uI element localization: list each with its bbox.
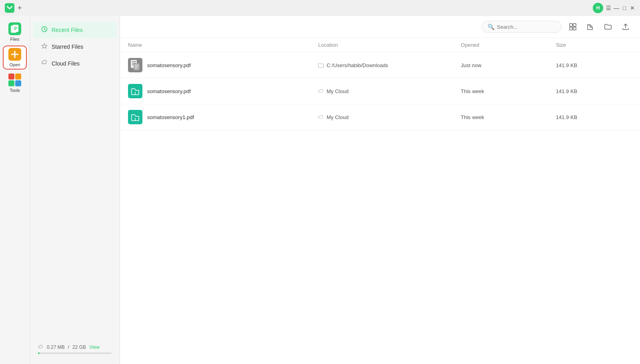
storage-total: 22 GB [72, 344, 86, 350]
sidebar-item-tools[interactable]: Tools [3, 71, 27, 95]
recent-files-icon [41, 26, 48, 34]
folder-icon [604, 23, 612, 30]
svg-rect-26 [128, 84, 142, 98]
title-bar-left: + [5, 3, 22, 13]
svg-rect-19 [132, 61, 136, 62]
nav-item-cloud[interactable]: Cloud Files [33, 56, 116, 72]
menu-button[interactable]: ☰ [606, 5, 611, 11]
user-avatar[interactable]: H [593, 3, 603, 13]
size-cell: 141.9 KB [556, 88, 632, 94]
header-size: Size [556, 42, 632, 48]
app-window: Files Open Tools [0, 16, 640, 364]
table-row[interactable]: somatosensory.pdf My Cloud This week 141… [120, 78, 640, 104]
nav-item-starred[interactable]: Starred Files [33, 39, 116, 55]
table-row[interactable]: somatosensory.pdf C:/Users/habib/Downloa… [120, 52, 640, 78]
svg-rect-23 [135, 65, 138, 66]
sidebar-item-tools-label: Tools [10, 88, 20, 93]
minimize-button[interactable]: — [614, 5, 619, 11]
storage-bar-fill [38, 352, 40, 354]
sidebar-item-files[interactable]: Files [3, 20, 27, 44]
svg-rect-24 [135, 66, 138, 67]
sidebar-item-files-label: Files [10, 37, 19, 42]
close-button[interactable]: ✕ [630, 5, 635, 11]
opened-cell: This week [461, 88, 556, 94]
svg-rect-25 [135, 68, 137, 69]
title-bar-controls: H ☰ — □ ✕ [593, 3, 635, 13]
location-text: C:/Users/habib/Downloads [326, 62, 388, 68]
file-name-cell: somatosensory.pdf [128, 84, 318, 98]
folder-location-icon [318, 62, 324, 68]
svg-rect-0 [5, 3, 14, 13]
history-icon [587, 23, 594, 30]
pdf-cloud-icon [128, 84, 142, 98]
folder-button[interactable] [602, 20, 614, 33]
sidebar-item-open-label: Open [10, 62, 20, 67]
nav-item-cloud-label: Cloud Files [52, 60, 80, 67]
sidebar-item-open[interactable]: Open [3, 46, 27, 70]
cloud-files-icon [41, 60, 48, 68]
cloud-storage-icon [38, 344, 44, 350]
location-text: My Cloud [326, 88, 348, 94]
nav-item-recent[interactable]: Recent Files [33, 22, 116, 38]
nav-item-recent-label: Recent Files [52, 27, 83, 33]
storage-bar-track [38, 352, 112, 354]
pdf-cloud2-icon [128, 110, 142, 124]
svg-marker-11 [42, 44, 47, 48]
file-name-text: somatosensory1.pdf [147, 114, 194, 120]
storage-used: 0.27 MB [47, 344, 65, 350]
storage-sep: / [68, 344, 69, 350]
cloud-location-icon2 [318, 114, 324, 120]
svg-rect-13 [573, 24, 576, 26]
search-input[interactable] [497, 24, 556, 30]
starred-files-icon [41, 43, 48, 51]
nav-panel-top: Recent Files Starred Files Cloud Fil [30, 22, 120, 72]
grid-view-button[interactable] [566, 20, 579, 33]
nav-panel: Recent Files Starred Files Cloud Fil [30, 16, 120, 364]
svg-rect-15 [573, 27, 576, 30]
svg-rect-28 [128, 110, 142, 124]
tools-icon [8, 74, 21, 86]
title-bar: + H ☰ — □ ✕ [0, 0, 640, 16]
upload-icon [622, 23, 629, 30]
svg-rect-12 [570, 24, 572, 26]
location-text: My Cloud [326, 114, 348, 120]
icon-sidebar: Files Open Tools [0, 16, 30, 364]
files-icon [8, 22, 21, 35]
size-cell: 141.9 KB [556, 62, 632, 68]
opened-cell: Just now [461, 62, 556, 68]
nav-item-starred-label: Starred Files [52, 44, 83, 50]
upload-button[interactable] [619, 20, 632, 33]
table-header: Name Location Opened Size [120, 38, 640, 52]
cloud-location-icon [318, 88, 324, 94]
svg-rect-20 [132, 63, 136, 64]
location-cell: C:/Users/habib/Downloads [318, 62, 461, 68]
add-tab-button[interactable]: + [18, 4, 22, 12]
file-table: Name Location Opened Size [120, 38, 640, 364]
storage-info: 0.27 MB / 22 GB View [38, 344, 112, 350]
app-logo-icon [5, 3, 14, 13]
grid-view-icon [569, 23, 576, 30]
size-cell: 141.9 KB [556, 114, 632, 120]
header-name: Name [128, 42, 318, 48]
file-name-cell: somatosensory.pdf [128, 58, 318, 72]
pdf-local-icon [128, 58, 142, 72]
file-name-cell: somatosensory1.pdf [128, 110, 318, 124]
nav-panel-bottom: 0.27 MB / 22 GB View [30, 340, 120, 358]
maximize-button[interactable]: □ [622, 5, 627, 11]
opened-cell: This week [461, 114, 556, 120]
header-opened: Opened [461, 42, 556, 48]
table-row[interactable]: somatosensory1.pdf My Cloud This week 14… [120, 104, 640, 130]
content-toolbar: 🔍 [120, 16, 640, 38]
file-name-text: somatosensory.pdf [147, 88, 191, 94]
header-location: Location [318, 42, 461, 48]
history-button[interactable] [584, 20, 597, 33]
location-cell: My Cloud [318, 114, 461, 120]
open-icon [8, 48, 21, 61]
file-name-text: somatosensory.pdf [147, 62, 191, 68]
search-box[interactable]: 🔍 [482, 21, 562, 33]
search-icon: 🔍 [488, 24, 494, 30]
storage-view-link[interactable]: View [89, 344, 100, 350]
svg-rect-14 [570, 27, 572, 30]
location-cell: My Cloud [318, 88, 461, 94]
content-area: 🔍 [120, 16, 640, 364]
